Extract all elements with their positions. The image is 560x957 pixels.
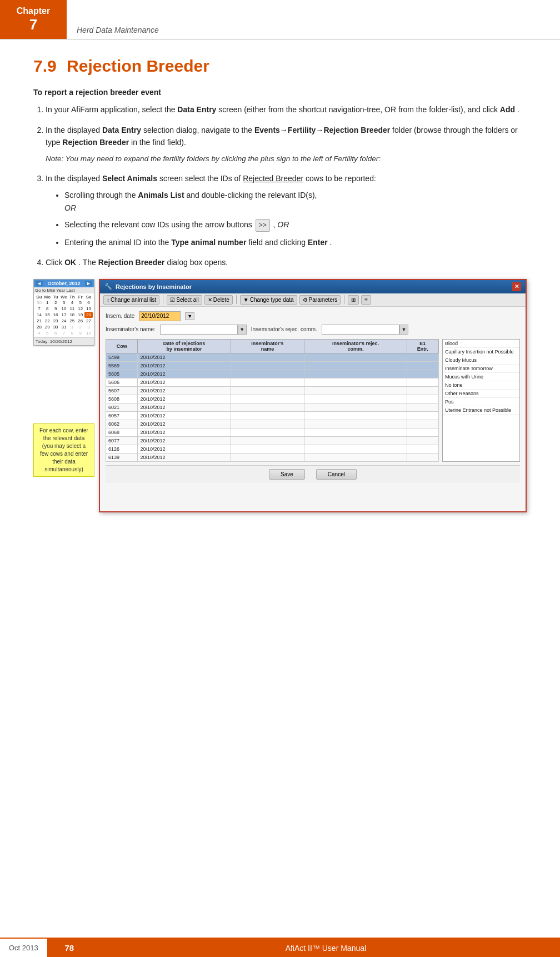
table-row[interactable]: 5569 20/10/2012 — [106, 361, 439, 370]
cal-cell[interactable]: 17 — [60, 312, 68, 318]
cal-cell[interactable]: 14 — [35, 312, 43, 318]
rejection-item-other[interactable]: Other Reasons — [443, 390, 519, 398]
cal-cell[interactable]: 10 — [84, 330, 93, 336]
cal-today-cell[interactable]: 20 — [84, 312, 93, 318]
cal-cell[interactable]: 7 — [60, 330, 68, 336]
cal-cell[interactable]: 7 — [35, 306, 43, 312]
cal-cell[interactable]: 30 — [35, 300, 43, 306]
cell-insem — [231, 445, 304, 453]
rejection-item-cloudy[interactable]: Cloudy Mucus — [443, 356, 519, 365]
table-row[interactable]: 6139 20/10/2012 — [106, 453, 439, 461]
cal-day-tu: Tu — [52, 295, 60, 300]
cal-cell[interactable]: 6 — [52, 330, 60, 336]
cal-cell[interactable]: 6 — [84, 300, 93, 306]
cal-cell[interactable]: 10 — [60, 306, 68, 312]
insem-date-label: Insem. date — [106, 313, 134, 319]
cal-cell[interactable]: 3 — [84, 324, 93, 330]
cal-cell[interactable]: 9 — [76, 330, 84, 336]
steps-list: In your AfiFarm application, select the … — [46, 103, 527, 268]
cal-cell[interactable]: 5 — [43, 330, 52, 336]
cal-cell[interactable]: 1 — [43, 300, 52, 306]
cal-year[interactable]: Year — [56, 288, 65, 293]
table-row[interactable]: 6068 20/10/2012 — [106, 428, 439, 436]
cal-cell[interactable]: 29 — [43, 324, 52, 330]
change-type-data-button[interactable]: ▼ Change type data — [240, 295, 297, 305]
delete-icon: ✕ — [208, 297, 212, 303]
change-animal-list-button[interactable]: ↕ Change animal list — [103, 295, 159, 305]
cal-cell[interactable]: 28 — [35, 324, 43, 330]
rejection-item-pus[interactable]: Pus — [443, 398, 519, 406]
insem-date-input[interactable] — [139, 311, 181, 321]
table-row[interactable]: 6062 20/10/2012 — [106, 420, 439, 428]
step1-text2: screen (either from the shortcut navigat… — [218, 105, 500, 114]
rejection-item-inseminate[interactable]: Inseminate Tomorrow — [443, 365, 519, 373]
cal-cell[interactable]: 24 — [60, 318, 68, 324]
dialog-close-button[interactable]: ✕ — [512, 282, 521, 291]
bullet2-text1: Selecting the relevant cow IDs using the… — [64, 220, 254, 229]
cell-date: 20/10/2012 — [138, 361, 231, 370]
cal-cell[interactable]: 9 — [52, 306, 60, 312]
cell-rejec — [304, 395, 407, 403]
cal-cell[interactable]: 16 — [52, 312, 60, 318]
cal-cell[interactable]: 2 — [52, 300, 60, 306]
cal-cell[interactable]: 8 — [43, 306, 52, 312]
cal-last[interactable]: Last — [66, 288, 74, 293]
cal-cell[interactable]: 5 — [76, 300, 84, 306]
insem-name-input[interactable] — [160, 325, 238, 335]
cal-cell[interactable]: 15 — [43, 312, 52, 318]
list-view-button[interactable]: ≡ — [361, 295, 371, 305]
cal-cell[interactable]: 1 — [68, 324, 76, 330]
save-button[interactable]: Save — [269, 469, 305, 480]
table-row[interactable]: 5607 20/10/2012 — [106, 386, 439, 395]
cal-cell[interactable]: 3 — [60, 300, 68, 306]
cal-cell[interactable]: 30 — [52, 324, 60, 330]
table-row[interactable]: 6126 20/10/2012 — [106, 445, 439, 453]
cal-mini[interactable]: Mini — [47, 288, 56, 293]
rejection-item-blood[interactable]: Blood — [443, 340, 519, 348]
insem-rejec-dropdown[interactable]: ▼ — [399, 325, 408, 335]
insem-name-row: Inseminator's name: ▼ Inseminator's reje… — [106, 325, 520, 335]
calendar-prev-btn[interactable]: ◄ — [36, 281, 43, 286]
rejection-item-uterine[interactable]: Uterine Entrance not Possible — [443, 406, 519, 415]
cal-goto[interactable]: Go to — [35, 288, 46, 293]
dialog-footer: Save Cancel — [106, 465, 520, 483]
grid-view-button[interactable]: ⊞ — [348, 295, 359, 305]
insem-rejec-input[interactable] — [322, 325, 399, 335]
calendar-next-btn[interactable]: ► — [85, 281, 92, 286]
cal-cell[interactable]: 31 — [60, 324, 68, 330]
rejection-item-mucus[interactable]: Mucus with Urine — [443, 373, 519, 381]
cal-cell[interactable]: 11 — [68, 306, 76, 312]
insem-date-picker-btn[interactable]: ▼ — [185, 312, 194, 320]
cancel-button[interactable]: Cancel — [316, 469, 357, 480]
cal-cell[interactable]: 2 — [76, 324, 84, 330]
table-row[interactable]: 5606 20/10/2012 — [106, 378, 439, 386]
cal-cell[interactable]: 27 — [84, 318, 93, 324]
table-row[interactable]: 5605 20/10/2012 — [106, 370, 439, 378]
cal-cell[interactable]: 19 — [76, 312, 84, 318]
cal-cell[interactable]: 25 — [68, 318, 76, 324]
select-all-icon: ☑ — [170, 297, 175, 303]
cell-insem — [231, 403, 304, 411]
cal-cell[interactable]: 23 — [52, 318, 60, 324]
cal-cell[interactable]: 4 — [35, 330, 43, 336]
bullet3-text3: . — [330, 238, 332, 247]
cal-cell[interactable]: 22 — [43, 318, 52, 324]
table-row[interactable]: 5608 20/10/2012 — [106, 395, 439, 403]
cal-cell[interactable]: 12 — [76, 306, 84, 312]
cal-cell[interactable]: 8 — [68, 330, 76, 336]
rejection-item-capillary[interactable]: Capillary Insertion not Possible — [443, 348, 519, 356]
table-row[interactable]: 5499 20/10/2012 — [106, 353, 439, 361]
parameters-button[interactable]: ⚙ Parameters — [299, 295, 341, 305]
cal-cell[interactable]: 21 — [35, 318, 43, 324]
rejection-item-notone[interactable]: No tone — [443, 381, 519, 390]
cal-cell[interactable]: 4 — [68, 300, 76, 306]
cal-cell[interactable]: 18 — [68, 312, 76, 318]
table-row[interactable]: 6057 20/10/2012 — [106, 411, 439, 420]
delete-button[interactable]: ✕ Delete — [204, 295, 233, 305]
table-row[interactable]: 6021 20/10/2012 — [106, 403, 439, 411]
cal-cell[interactable]: 13 — [84, 306, 93, 312]
cal-cell[interactable]: 26 — [76, 318, 84, 324]
table-row[interactable]: 6077 20/10/2012 — [106, 436, 439, 445]
select-all-button[interactable]: ☑ Select all — [167, 295, 202, 305]
insem-name-dropdown[interactable]: ▼ — [238, 325, 247, 335]
